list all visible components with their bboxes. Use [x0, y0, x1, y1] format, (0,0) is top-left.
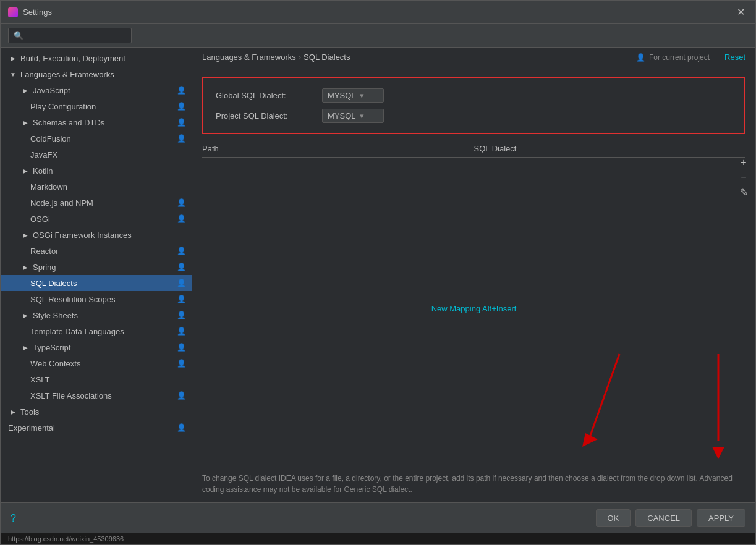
arrow-icon: ▶ [20, 230, 30, 240]
dropdown-arrow-icon: ▾ [360, 91, 364, 100]
sidebar-item-javafx[interactable]: JavaFX [1, 146, 192, 163]
sidebar-item-typescript[interactable]: ▶ TypeScript 👤 [1, 339, 192, 355]
project-icon: 👤 [176, 342, 187, 353]
sidebar-item-osgi[interactable]: OSGi 👤 [1, 211, 192, 227]
main-content: ▶ Build, Execution, Deployment ▼ Languag… [1, 48, 755, 502]
bottom-note: To change SQL dialect IDEA uses for a fi… [192, 465, 755, 502]
search-input[interactable] [8, 28, 132, 43]
reset-button[interactable]: Reset [724, 53, 745, 62]
project-icon: 👤 [176, 310, 187, 321]
edit-mapping-button[interactable]: ✎ [737, 185, 750, 199]
sidebar-item-nodejs[interactable]: Node.js and NPM 👤 [1, 195, 192, 211]
project-icon: 👤 [176, 261, 187, 272]
add-mapping-button[interactable]: + [737, 156, 750, 169]
sidebar-item-label: OSGi Framework Instances [33, 230, 132, 240]
sidebar-item-osgi-framework[interactable]: ▶ OSGi Framework Instances [1, 227, 192, 243]
sidebar-item-style-sheets[interactable]: ▶ Style Sheets 👤 [1, 307, 192, 323]
url-bar: https://blog.csdn.net/weixin_45309636 [1, 533, 755, 544]
sidebar-item-sql-resolution[interactable]: SQL Resolution Scopes 👤 [1, 291, 192, 307]
breadcrumb-languages: Languages & Frameworks [202, 53, 296, 62]
project-icon: 👤 [176, 390, 187, 401]
arrow-icon: ▶ [20, 166, 30, 175]
arrow-icon: ▶ [20, 310, 30, 320]
sidebar-item-spring[interactable]: ▶ Spring 👤 [1, 259, 192, 275]
sidebar-item-label: Tools [20, 407, 39, 416]
panel-body: Global SQL Dialect: MYSQL ▾ Project SQL … [192, 67, 755, 465]
sidebar-item-markdown[interactable]: Markdown [1, 179, 192, 195]
panel-header: Languages & Frameworks › SQL Dialects 👤 … [192, 48, 755, 67]
project-dialect-label: Project SQL Dialect: [216, 111, 315, 120]
breadcrumb-sql-dialects: SQL Dialects [304, 53, 350, 62]
project-dialect-select[interactable]: MYSQL ▾ [322, 109, 384, 123]
empty-table-message: New Mapping Alt+Insert [202, 163, 745, 455]
sidebar-item-label: Kotlin [33, 166, 53, 175]
sidebar-item-javascript[interactable]: ▶ JavaScript 👤 [1, 82, 192, 98]
project-icon: 👤 [176, 101, 187, 112]
project-icon: 👤 [176, 277, 187, 289]
global-dialect-value: MYSQL [328, 91, 356, 100]
sidebar-item-label: TypeScript [33, 343, 70, 352]
sidebar-item-label: OSGi [30, 214, 50, 224]
sidebar-item-reactor[interactable]: Reactor 👤 [1, 243, 192, 259]
sidebar-item-experimental[interactable]: Experimental 👤 [1, 420, 192, 436]
arrow-icon: ▼ [8, 69, 18, 79]
search-bar [1, 24, 755, 48]
ok-button[interactable]: OK [596, 509, 631, 527]
person-icon: 👤 [636, 53, 645, 62]
arrow-icon: ▶ [20, 262, 30, 272]
sidebar-item-xslt-file[interactable]: XSLT File Associations 👤 [1, 387, 192, 403]
project-icon: 👤 [176, 245, 187, 256]
global-dialect-select[interactable]: MYSQL ▾ [322, 88, 384, 103]
global-dialect-row: Global SQL Dialect: MYSQL ▾ [216, 88, 732, 103]
remove-mapping-button[interactable]: − [737, 171, 750, 184]
sidebar-item-label: Experimental [8, 423, 55, 433]
project-dialect-row: Project SQL Dialect: MYSQL ▾ [216, 109, 732, 123]
project-icon: 👤 [176, 326, 187, 337]
col-path: Path [202, 144, 474, 153]
project-icon: 👤 [176, 358, 187, 369]
sidebar-item-label: Schemas and DTDs [33, 118, 104, 127]
project-icon: 👤 [176, 197, 187, 208]
dialect-box: Global SQL Dialect: MYSQL ▾ Project SQL … [202, 77, 745, 134]
sidebar-item-label: JavaScript [33, 86, 70, 95]
project-icon: 👤 [176, 422, 187, 433]
dropdown-arrow-icon: ▾ [360, 111, 364, 120]
sidebar-item-play-config[interactable]: Play Configuration 👤 [1, 98, 192, 114]
arrow-icon: ▶ [20, 85, 30, 95]
sidebar-item-label: SQL Resolution Scopes [30, 295, 116, 304]
app-icon [8, 7, 18, 17]
dialog-title: Settings [23, 7, 728, 17]
help-button[interactable]: ? [11, 513, 16, 524]
sidebar-item-build[interactable]: ▶ Build, Execution, Deployment [1, 50, 192, 66]
col-dialect: SQL Dialect [474, 144, 746, 153]
arrow-icon: ▶ [20, 342, 30, 352]
project-icon: 👤 [176, 213, 187, 224]
project-icon: 👤 [176, 294, 187, 305]
sidebar-item-xslt[interactable]: XSLT [1, 371, 192, 387]
project-icon: 👤 [176, 133, 187, 144]
arrow-icon: ▶ [20, 117, 30, 127]
sidebar-item-languages[interactable]: ▼ Languages & Frameworks [1, 66, 192, 82]
sidebar-item-label: XSLT File Associations [30, 391, 112, 400]
cancel-button[interactable]: CANCEL [635, 509, 692, 527]
sidebar-item-template-data[interactable]: Template Data Languages 👤 [1, 323, 192, 339]
sidebar-item-schemas[interactable]: ▶ Schemas and DTDs 👤 [1, 114, 192, 130]
close-button[interactable]: ✕ [733, 5, 748, 20]
sidebar: ▶ Build, Execution, Deployment ▼ Languag… [1, 48, 192, 502]
breadcrumb-separator: › [299, 53, 301, 62]
global-dialect-label: Global SQL Dialect: [216, 91, 315, 100]
sidebar-item-tools[interactable]: ▶ Tools [1, 403, 192, 420]
sidebar-item-kotlin[interactable]: ▶ Kotlin [1, 163, 192, 179]
apply-button[interactable]: APPLY [697, 509, 745, 527]
project-icon: 👤 [176, 85, 187, 96]
sidebar-item-label: SQL Dialects [30, 279, 77, 288]
breadcrumb: Languages & Frameworks › SQL Dialects [202, 53, 634, 62]
sidebar-item-label: Web Contexts [30, 359, 80, 368]
sidebar-item-sql-dialects[interactable]: SQL Dialects 👤 [1, 275, 192, 291]
sidebar-item-web-contexts[interactable]: Web Contexts 👤 [1, 355, 192, 371]
for-project-label: 👤 For current project [636, 53, 710, 62]
table-action-buttons: + − ✎ [737, 156, 750, 199]
sidebar-item-label: Node.js and NPM [30, 198, 93, 208]
sidebar-item-label: ColdFusion [30, 134, 71, 143]
sidebar-item-coldfusion[interactable]: ColdFusion 👤 [1, 130, 192, 146]
